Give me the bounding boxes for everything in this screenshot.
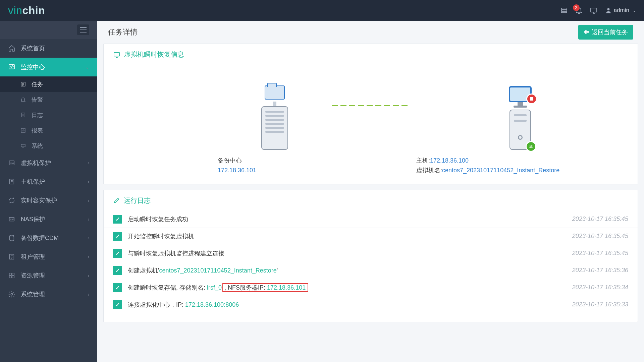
- topbar: vinchin 2 admin ⌄: [0, 0, 644, 21]
- log-timestamp: 2023-10-17 16:35:36: [572, 267, 628, 274]
- sidebar-item-cdm[interactable]: 备份数据CDM‹: [0, 229, 97, 247]
- database-icon: [8, 234, 15, 242]
- user-menu[interactable]: admin ⌄: [605, 7, 636, 14]
- sidebar: 系统首页 监控中心 ⌄ 任务 告警 日志 报表 系统 VM虚拟机保护‹ 主机保护…: [0, 21, 97, 362]
- sidebar-item-tenant[interactable]: 租户管理‹: [0, 247, 97, 266]
- check-icon: [113, 249, 122, 258]
- sidebar-item-label: 监控中心: [21, 63, 45, 71]
- sidebar-item-label: 任务: [32, 80, 43, 88]
- sidebar-item-sysmanage[interactable]: 系统管理‹: [0, 285, 97, 304]
- highlighted-nfs-info: , NFS服务器IP: 172.18.36.101: [222, 283, 308, 292]
- svg-rect-22: [114, 52, 120, 56]
- chevron-down-icon: ⌄: [633, 8, 636, 13]
- log-row: 连接虚拟化中心，IP: 172.18.36.100:80062023-10-17…: [104, 296, 638, 313]
- sidebar-item-label: 租户管理: [21, 253, 45, 261]
- check-icon: [113, 215, 122, 224]
- host-ip-link[interactable]: 172.18.36.100: [430, 157, 469, 164]
- svg-rect-1: [561, 10, 567, 11]
- gear-icon: [8, 291, 15, 298]
- list-icon: [19, 80, 27, 88]
- host-label: 主机:: [416, 157, 430, 164]
- svg-rect-20: [12, 276, 14, 278]
- chevron-left-icon: ‹: [88, 198, 89, 203]
- chevron-left-icon: ‹: [88, 292, 89, 297]
- sidebar-item-label: 主机保护: [21, 178, 45, 186]
- sidebar-sub-log[interactable]: 日志: [0, 107, 97, 123]
- sidebar-sub-system[interactable]: 系统: [0, 138, 97, 154]
- monitor-icon[interactable]: [586, 3, 601, 18]
- bell-icon: [19, 96, 27, 103]
- return-button[interactable]: 🡰返回当前任务: [578, 25, 633, 40]
- chevron-left-icon: ‹: [88, 235, 89, 241]
- sidebar-sub-report[interactable]: 报表: [0, 123, 97, 138]
- chevron-left-icon: ‹: [88, 160, 89, 166]
- check-icon: [113, 283, 122, 292]
- runlog-card: 运行日志 启动瞬时恢复任务成功2023-10-17 16:35:45开始监控瞬时…: [103, 190, 638, 322]
- chevron-left-icon: ‹: [88, 254, 89, 259]
- bell-icon[interactable]: 2: [572, 3, 586, 18]
- log-timestamp: 2023-10-17 16:35:45: [572, 216, 628, 223]
- sidebar-item-resource[interactable]: 资源管理‹: [0, 266, 97, 285]
- log-row: 与瞬时恢复虚拟机监控进程建立连接2023-10-17 16:35:45: [104, 245, 638, 262]
- svg-rect-9: [21, 144, 25, 147]
- svg-point-21: [11, 293, 13, 295]
- arrow-left-icon: 🡰: [584, 29, 590, 36]
- page-title: 任务详情: [108, 27, 138, 37]
- monitor-icon: [113, 51, 120, 58]
- chevron-left-icon: ‹: [88, 273, 89, 278]
- check-icon: [113, 266, 122, 275]
- log-message: 创建瞬时恢复存储, 存储别名: irsf_0, NFS服务器IP: 172.18…: [128, 284, 572, 292]
- log-row: 启动瞬时恢复任务成功2023-10-17 16:35:45: [104, 211, 638, 228]
- sidebar-item-label: NAS保护: [21, 215, 45, 223]
- sidebar-item-hostprotect[interactable]: 主机保护‹: [0, 172, 97, 191]
- svg-rect-0: [561, 8, 567, 9]
- sidebar-sub-alarm[interactable]: 告警: [0, 92, 97, 107]
- log-message: 启动瞬时恢复任务成功: [128, 215, 572, 223]
- svg-rect-17: [9, 273, 11, 275]
- check-icon: [113, 232, 122, 241]
- connection-line: [332, 105, 410, 106]
- edit-icon: [113, 197, 120, 204]
- user-label: admin: [614, 7, 629, 14]
- svg-rect-19: [9, 276, 11, 278]
- sync-icon: [8, 197, 15, 204]
- log-message: 连接虚拟化中心，IP: 172.18.36.100:8006: [128, 301, 572, 309]
- sidebar-item-label: 系统: [32, 142, 43, 150]
- vm-name-link[interactable]: centos7_20231017110452_Instant_Restore: [442, 167, 559, 174]
- system-icon: [19, 142, 27, 149]
- sidebar-item-label: 报表: [32, 127, 43, 134]
- chevron-left-icon: ‹: [88, 217, 89, 222]
- sidebar-item-label: 备份数据CDM: [21, 234, 59, 242]
- sidebar-item-label: 虚拟机保护: [21, 159, 51, 167]
- sidebar-item-label: 资源管理: [21, 272, 45, 280]
- sidebar-item-vmprotect[interactable]: VM虚拟机保护‹: [0, 154, 97, 172]
- server-icon: [8, 178, 15, 185]
- restore-info-card: 虚拟机瞬时恢复信息 备份中心 172.18.36.101: [103, 44, 638, 184]
- svg-text:NAS: NAS: [10, 218, 14, 221]
- sidebar-item-home[interactable]: 系统首页: [0, 39, 97, 58]
- users-icon: [8, 253, 15, 260]
- svg-text:VM: VM: [10, 162, 14, 165]
- chart-icon: [19, 127, 27, 134]
- return-button-label: 返回当前任务: [592, 28, 628, 36]
- backup-center-ip-link[interactable]: 172.18.36.101: [218, 166, 332, 175]
- card-title: 虚拟机瞬时恢复信息: [124, 50, 184, 59]
- log-row: 开始监控瞬时恢复虚拟机2023-10-17 16:35:45: [104, 228, 638, 245]
- brand-logo: vinchin: [8, 4, 45, 17]
- main-content: 任务详情 🡰返回当前任务 虚拟机瞬时恢复信息 备份中心 172.18.36.10…: [97, 21, 644, 362]
- layers-icon[interactable]: [557, 3, 572, 18]
- sidebar-item-drprotect[interactable]: 实时容灾保护‹: [0, 191, 97, 210]
- sidebar-collapse-button[interactable]: [77, 24, 89, 35]
- sidebar-sub-tasks[interactable]: 任务: [0, 76, 97, 92]
- backup-center-label: 备份中心: [218, 156, 332, 166]
- sidebar-item-label: 系统首页: [21, 44, 45, 52]
- backup-server-graphic: [261, 85, 288, 150]
- log-message: 与瞬时恢复虚拟机监控进程建立连接: [128, 249, 572, 257]
- sidebar-item-nas[interactable]: NASNAS保护‹: [0, 210, 97, 229]
- monitor-center-icon: [8, 63, 15, 71]
- svg-rect-18: [12, 273, 14, 275]
- sidebar-item-monitor[interactable]: 监控中心 ⌄: [0, 58, 97, 76]
- stop-status-icon: [526, 94, 537, 104]
- log-message: 创建虚拟机'centos7_20231017110452_Instant_Res…: [128, 266, 572, 275]
- svg-point-4: [607, 8, 609, 10]
